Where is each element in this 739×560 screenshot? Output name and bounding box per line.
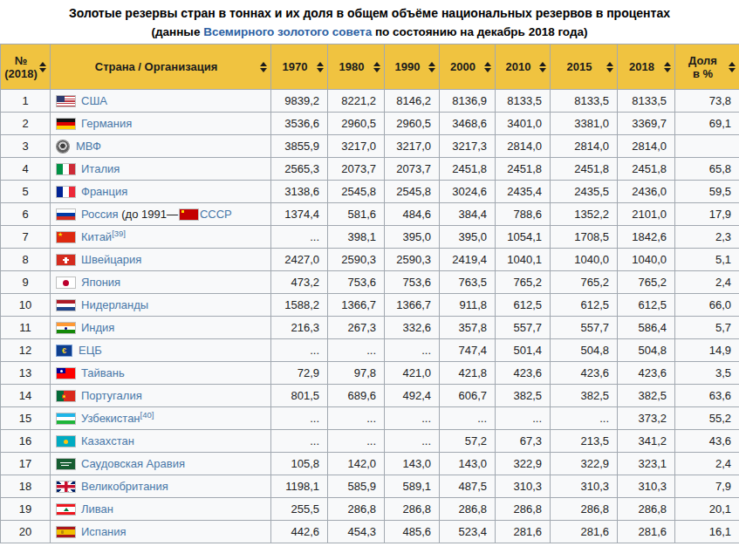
value-cell-y2000: 3468,6 bbox=[440, 113, 496, 135]
sort-up-down-icon[interactable] bbox=[428, 62, 435, 72]
ecb-flag-icon bbox=[57, 345, 72, 356]
header-cell-share[interactable]: Доляв % bbox=[675, 44, 739, 90]
value-cell-y2018: 373,2 bbox=[618, 407, 675, 430]
header-label: Доля bbox=[678, 54, 728, 67]
share-cell: 59,5 bbox=[675, 181, 739, 203]
value-cell-y2015: 1040,0 bbox=[551, 249, 618, 271]
china-flag-icon bbox=[57, 232, 75, 242]
sort-up-down-icon[interactable] bbox=[539, 62, 546, 72]
uk-flag-icon bbox=[57, 481, 75, 492]
header-label: 1990 bbox=[387, 60, 428, 73]
value-cell-y1970: 1588,2 bbox=[271, 294, 328, 317]
sort-up-down-icon[interactable] bbox=[373, 62, 380, 72]
value-cell-y1980: 398,1 bbox=[328, 226, 385, 249]
row-number: 1 bbox=[1, 90, 51, 113]
country-link[interactable]: Великобритания bbox=[81, 480, 168, 493]
header-cell-y1970[interactable]: 1970 bbox=[271, 44, 328, 90]
value-cell-y2015: 504,8 bbox=[551, 339, 618, 362]
value-cell-y2010: 765,2 bbox=[496, 271, 551, 294]
sort-up-down-icon[interactable] bbox=[317, 62, 324, 72]
country-link[interactable]: ЕЦБ bbox=[79, 344, 102, 357]
share-cell: 55,2 bbox=[675, 407, 739, 430]
row-number: 14 bbox=[1, 385, 51, 407]
country-link[interactable]: Швейцария bbox=[81, 253, 141, 266]
country-link[interactable]: США bbox=[81, 94, 107, 107]
spain-flag-icon bbox=[57, 527, 75, 537]
country-cell: Германия bbox=[51, 113, 271, 135]
row-number: 15 bbox=[1, 407, 51, 430]
header-cell-y2010[interactable]: 2010 bbox=[496, 44, 551, 90]
sort-up-down-icon[interactable] bbox=[39, 62, 46, 72]
country-link[interactable]: Китай bbox=[81, 230, 112, 243]
value-cell-y2015: 8133,5 bbox=[551, 90, 618, 113]
header-cell-num[interactable]: №(2018) bbox=[1, 44, 51, 90]
value-cell-y1990: 484,6 bbox=[385, 203, 440, 226]
country-link[interactable]: Узбекистан bbox=[81, 412, 140, 425]
country-cell: Индия bbox=[51, 317, 271, 339]
footnote-link[interactable]: [39] bbox=[112, 229, 126, 238]
country-cell: МВФ bbox=[51, 135, 271, 158]
value-cell-y2000: 57,2 bbox=[440, 430, 496, 453]
value-cell-y2015: 765,2 bbox=[551, 271, 618, 294]
table-header: №(2018)Страна / Организация1970198019902… bbox=[1, 44, 739, 90]
country-link[interactable]: МВФ bbox=[76, 140, 101, 153]
sort-up-down-icon[interactable] bbox=[260, 62, 267, 72]
country-link[interactable]: Португалия bbox=[81, 389, 142, 402]
value-cell-y1990: 1366,7 bbox=[385, 294, 440, 317]
value-cell-y2018: 2814,0 bbox=[618, 135, 675, 158]
country-link[interactable]: Испания bbox=[81, 525, 127, 538]
india-flag-icon bbox=[57, 323, 75, 333]
header-cell-y1980[interactable]: 1980 bbox=[328, 44, 385, 90]
header-cell-y2018[interactable]: 2018 bbox=[618, 44, 675, 90]
value-cell-y2018: 2436,0 bbox=[618, 181, 675, 203]
footnote-link[interactable]: [40] bbox=[140, 410, 154, 420]
row-number: 3 bbox=[1, 135, 51, 158]
header-label: 2015 bbox=[553, 60, 606, 73]
header-cell-y2015[interactable]: 2015 bbox=[551, 44, 618, 90]
country-cell: Саудовская Аравия bbox=[51, 453, 271, 475]
value-cell-y1980: 8221,2 bbox=[328, 90, 385, 113]
value-cell-y1970: 216,3 bbox=[271, 317, 328, 339]
value-cell-y2018: 382,5 bbox=[618, 385, 675, 407]
country-link[interactable]: Саудовская Аравия bbox=[81, 457, 185, 470]
value-cell-y1970: ... bbox=[271, 430, 328, 453]
header-cell-y2000[interactable]: 2000 bbox=[440, 44, 496, 90]
table-row: 4Италия2565,32073,72073,72451,82451,8245… bbox=[1, 158, 739, 181]
country-cell: Великобритания bbox=[51, 475, 271, 498]
country-link[interactable]: Ливан bbox=[81, 502, 113, 516]
country-link[interactable]: Индия bbox=[81, 321, 114, 334]
share-cell: 63,6 bbox=[675, 385, 739, 407]
value-cell-y2018: 2451,8 bbox=[618, 158, 675, 181]
country-link[interactable]: Нидерланды bbox=[81, 298, 148, 311]
value-cell-y1980: 1366,7 bbox=[328, 294, 385, 317]
country-extra-link[interactable]: СССР bbox=[200, 208, 232, 221]
value-cell-y2015: 286,8 bbox=[551, 498, 618, 521]
country-link[interactable]: Германия bbox=[81, 117, 132, 130]
value-cell-y1990: ... bbox=[385, 430, 440, 453]
country-cell: США bbox=[51, 90, 271, 113]
row-number: 9 bbox=[1, 271, 51, 294]
table-row: 12ЕЦБ.........747,4501,4504,8504,814,9 bbox=[1, 339, 739, 362]
world-gold-council-link[interactable]: Всемирного золотого совета bbox=[203, 25, 372, 38]
country-cell: Швейцария bbox=[51, 249, 271, 271]
country-link[interactable]: Тайвань bbox=[81, 366, 125, 379]
sort-up-down-icon[interactable] bbox=[484, 62, 491, 72]
share-cell: 3,5 bbox=[675, 362, 739, 385]
sort-up-down-icon[interactable] bbox=[664, 62, 671, 72]
sort-up-down-icon[interactable] bbox=[606, 62, 613, 72]
share-cell: 43,6 bbox=[675, 430, 739, 453]
country-link[interactable]: Казахстан bbox=[81, 434, 134, 447]
table-row: 8Швейцария2427,02590,32590,32419,41040,1… bbox=[1, 249, 739, 271]
header-cell-y1990[interactable]: 1990 bbox=[385, 44, 440, 90]
value-cell-y1980: 454,3 bbox=[328, 521, 385, 543]
table-row: 14Португалия801,5689,6492,4606,7382,5382… bbox=[1, 385, 739, 407]
sort-up-down-icon[interactable] bbox=[729, 62, 736, 72]
country-link[interactable]: Франция bbox=[81, 185, 127, 198]
value-cell-y1990: 3217,0 bbox=[385, 135, 440, 158]
country-link[interactable]: Италия bbox=[81, 162, 120, 175]
country-link[interactable]: Япония bbox=[81, 276, 120, 289]
value-cell-y1970: 72,9 bbox=[271, 362, 328, 385]
country-link[interactable]: Россия bbox=[81, 208, 119, 221]
country-cell: Тайвань bbox=[51, 362, 271, 385]
header-cell-country[interactable]: Страна / Организация bbox=[51, 44, 271, 90]
